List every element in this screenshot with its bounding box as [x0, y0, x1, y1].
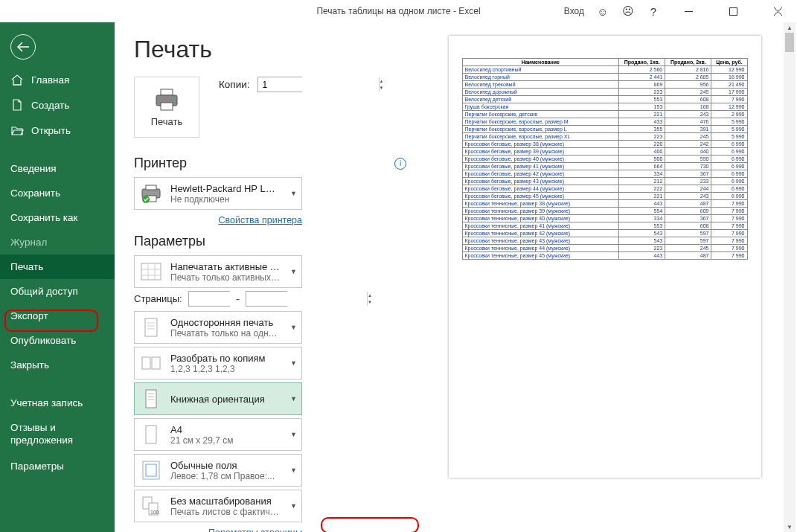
- highlight-page-setup: [321, 517, 419, 532]
- sidebar-item-home[interactable]: Главная: [0, 67, 115, 92]
- sidebar-label: Главная: [31, 74, 69, 86]
- home-icon: [10, 74, 24, 86]
- collate-icon: [139, 351, 163, 375]
- settings-heading: Параметры: [134, 234, 412, 249]
- login-link[interactable]: Вход: [564, 6, 584, 16]
- sidebar-label: Отзывы и: [10, 422, 56, 433]
- printer-heading: Принтер i: [134, 156, 412, 171]
- sidebar-label: Создать: [31, 100, 69, 111]
- sidebar-item-account[interactable]: Учетная запись: [0, 391, 115, 415]
- page-from-spinner[interactable]: ▲▼: [188, 291, 230, 307]
- svg-rect-4: [161, 89, 173, 95]
- margins-icon: [139, 458, 163, 482]
- sidebar-label: Печать: [10, 261, 43, 272]
- copies-spinner[interactable]: ▲▼: [257, 77, 302, 92]
- chevron-down-icon: ▼: [287, 359, 297, 367]
- svg-text:100: 100: [150, 510, 159, 515]
- sidebar-label: Сохранить как: [10, 212, 77, 223]
- page-to-spinner[interactable]: ▲▼: [246, 291, 287, 307]
- svg-rect-12: [141, 263, 161, 280]
- svg-rect-9: [146, 185, 156, 190]
- sad-face-icon[interactable]: ☹: [621, 4, 635, 18]
- spin-up-icon[interactable]: ▲: [380, 77, 384, 85]
- pages-line: Страницы: ▲▼ - ▲▼: [134, 291, 302, 307]
- scroll-up-icon[interactable]: ▲: [784, 22, 796, 33]
- sidebar-label: Сведения: [10, 163, 57, 174]
- info-icon[interactable]: i: [394, 158, 406, 170]
- svg-point-11: [142, 196, 150, 203]
- sidebar-item-feedback[interactable]: Отзывы и предложения: [0, 415, 115, 454]
- maximize-button[interactable]: [717, 0, 749, 22]
- svg-rect-27: [146, 426, 156, 443]
- chevron-down-icon: ▼: [287, 502, 297, 510]
- sidebar-item-info[interactable]: Сведения: [0, 156, 115, 181]
- page-to-input[interactable]: [246, 292, 367, 306]
- print-panel: Печать Печать Копии: ▲▼ Принтер: [115, 22, 420, 532]
- scroll-down-icon[interactable]: ▼: [784, 522, 796, 532]
- svg-rect-23: [146, 390, 156, 408]
- print-what-dropdown[interactable]: Напечатать активные листыПечать только а…: [134, 255, 302, 288]
- sidebar-item-publish[interactable]: Опубликовать: [0, 328, 115, 353]
- sidebar-item-share[interactable]: Общий доступ: [0, 279, 115, 304]
- sidebar-item-saveas[interactable]: Сохранить как: [0, 205, 115, 230]
- chevron-down-icon: ▼: [287, 324, 297, 331]
- duplex-dropdown[interactable]: Односторонняя печатьПечатать только на о…: [134, 311, 302, 344]
- backstage-sidebar: Главная Создать Открыть Сведения Сохрани…: [0, 22, 115, 532]
- printer-dropdown[interactable]: Hewlett-Packard HP LaserJe...Не подключе…: [134, 177, 302, 210]
- sidebar-item-new[interactable]: Создать: [0, 92, 115, 118]
- printer-status-icon: [139, 182, 163, 205]
- sheets-icon: [139, 260, 163, 283]
- help-icon[interactable]: ?: [647, 4, 660, 18]
- sidebar-item-close[interactable]: Закрыть: [0, 353, 115, 377]
- sidebar-item-export[interactable]: Экспорт: [0, 304, 115, 328]
- close-button[interactable]: [761, 0, 794, 22]
- spin-down-icon[interactable]: ▼: [380, 85, 384, 92]
- sidebar-label: предложения: [10, 435, 73, 446]
- copies-input[interactable]: [258, 77, 379, 92]
- svg-rect-1: [729, 7, 737, 15]
- scaling-dropdown[interactable]: 100 Без масштабированияПечать листов с ф…: [134, 490, 302, 522]
- sidebar-label: Журнал: [10, 237, 47, 248]
- page-title: Печать: [134, 36, 412, 63]
- print-button-label: Печать: [151, 116, 183, 127]
- happy-face-icon[interactable]: ☺: [596, 4, 609, 18]
- open-icon: [10, 124, 24, 136]
- svg-rect-21: [142, 357, 150, 369]
- chevron-down-icon: ▼: [287, 268, 297, 275]
- titlebar: Печать таблицы на одном листе - Excel Вх…: [0, 0, 797, 22]
- sidebar-label: Опубликовать: [10, 335, 76, 346]
- sidebar-item-open[interactable]: Открыть: [0, 118, 115, 143]
- printer-properties-link[interactable]: Свойства принтера: [219, 215, 302, 225]
- print-preview: НаименованиеПродано, 1кв.Продано, 2кв.Це…: [420, 22, 797, 532]
- sidebar-item-options[interactable]: Параметры: [0, 454, 115, 478]
- sidebar-label: Учетная запись: [10, 397, 83, 408]
- chevron-down-icon: ▼: [287, 190, 297, 197]
- page-setup-link[interactable]: Параметры страницы: [208, 528, 302, 532]
- svg-rect-6: [161, 103, 173, 110]
- portrait-icon: [139, 387, 163, 411]
- page-icon: [139, 315, 163, 339]
- pages-label: Страницы:: [134, 293, 182, 304]
- print-button[interactable]: Печать: [134, 77, 199, 138]
- preview-table: НаименованиеПродано, 1кв.Продано, 2кв.Це…: [462, 58, 748, 260]
- sidebar-item-history[interactable]: Журнал: [0, 230, 115, 254]
- chevron-down-icon: ▼: [287, 431, 297, 438]
- orientation-dropdown[interactable]: Книжная ориентация ▼: [134, 382, 302, 415]
- sidebar-item-print[interactable]: Печать: [0, 254, 115, 279]
- new-icon: [10, 99, 24, 111]
- sidebar-label: Экспорт: [10, 310, 48, 321]
- margins-dropdown[interactable]: Обычные поляЛевое: 1,78 см Правое:... ▼: [134, 454, 302, 487]
- scrollbar-thumb[interactable]: [785, 33, 794, 52]
- collate-dropdown[interactable]: Разобрать по копиям1,2,3 1,2,3 1,2,3 ▼: [134, 347, 302, 379]
- sidebar-label: Закрыть: [10, 359, 49, 371]
- printer-status: Не подключен: [170, 194, 280, 205]
- printer-name: Hewlett-Packard HP LaserJe...: [170, 183, 280, 194]
- sidebar-label: Сохранить: [10, 188, 60, 199]
- vertical-scrollbar[interactable]: ▲ ▼: [784, 22, 796, 532]
- sidebar-item-save[interactable]: Сохранить: [0, 181, 115, 205]
- scaling-icon: 100: [139, 494, 163, 518]
- chevron-down-icon: ▼: [287, 395, 297, 403]
- paper-size-dropdown[interactable]: A421 см x 29,7 см ▼: [134, 418, 302, 451]
- minimize-button[interactable]: [672, 0, 705, 22]
- back-button[interactable]: [10, 34, 36, 60]
